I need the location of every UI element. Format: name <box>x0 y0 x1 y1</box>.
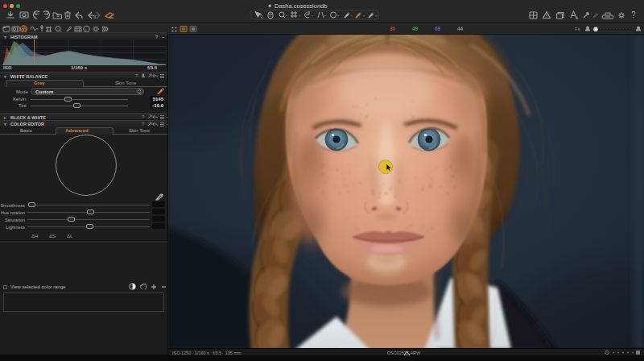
svg-text:▾: ▾ <box>337 14 339 18</box>
svg-text:?: ? <box>135 73 138 78</box>
svg-text:▾: ▾ <box>363 14 365 18</box>
svg-text:▾: ▾ <box>312 14 313 18</box>
svg-text:Fit: Fit <box>575 27 580 31</box>
svg-text:▾: ▾ <box>375 14 377 18</box>
svg-text:44: 44 <box>457 26 464 31</box>
svg-text:?: ? <box>631 10 636 19</box>
svg-text:▾: ▾ <box>286 14 287 18</box>
svg-text:Dasha.cosessiondb: Dasha.cosessiondb <box>275 2 327 10</box>
svg-text:▾: ▾ <box>262 14 263 18</box>
svg-text:▾: ▾ <box>299 14 300 18</box>
svg-text:✦: ✦ <box>267 2 272 10</box>
svg-text:i: i <box>85 27 86 32</box>
svg-text:?: ? <box>142 122 145 127</box>
svg-text:▾: ▾ <box>351 14 353 18</box>
svg-text:30: 30 <box>390 26 396 31</box>
svg-text:?: ? <box>142 114 145 119</box>
svg-text:▾: ▾ <box>324 14 326 18</box>
svg-text:49: 49 <box>412 26 419 31</box>
svg-text:68: 68 <box>435 26 441 31</box>
